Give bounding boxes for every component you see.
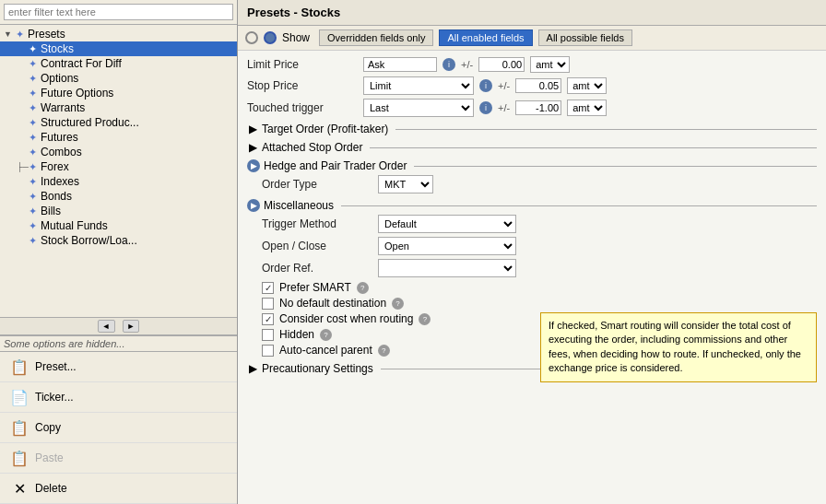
limit-plusminus: +/- xyxy=(461,59,473,70)
hedge-order-type-select[interactable]: MKT LMT xyxy=(378,175,433,193)
right-panel: Presets - Stocks Show Overridden fields … xyxy=(238,0,826,504)
hedge-pair-section: ▶ Hedge and Pair Trader Order xyxy=(247,159,817,172)
limit-price-label: Limit Price xyxy=(247,58,358,71)
auto-cancel-check[interactable] xyxy=(262,345,274,357)
presets-label: Presets xyxy=(28,28,65,41)
tab-possible[interactable]: All possible fields xyxy=(538,29,632,46)
touched-amt[interactable]: amt % xyxy=(567,100,607,116)
stop-price-num[interactable] xyxy=(515,78,561,93)
combos-label: Combos xyxy=(41,146,82,158)
tree-item-futureoptions[interactable]: ✦ Future Options xyxy=(0,86,237,100)
trigger-method-select[interactable]: Default Double Bid/Ask xyxy=(378,215,516,233)
attached-stop-section: ▶ Attached Stop Order xyxy=(247,141,817,154)
paste-button[interactable]: 📋 Paste xyxy=(0,443,237,474)
tree-item-forex[interactable]: ├─ ✦ Forex xyxy=(0,159,237,174)
tree-item-stocks[interactable]: ✦ Stocks xyxy=(0,41,237,56)
preset-button[interactable]: 📋 Preset... xyxy=(0,352,237,382)
tree-item-combos[interactable]: ✦ Combos xyxy=(0,145,237,159)
limit-price-info[interactable]: i xyxy=(442,58,455,71)
panel-header: Presets - Stocks xyxy=(238,0,826,26)
misc-info-dot[interactable]: ▶ xyxy=(247,199,260,212)
filter-input[interactable] xyxy=(4,4,233,20)
stop-price-row: Stop Price Limit Market i +/- amt % xyxy=(247,76,817,95)
stop-price-info[interactable]: i xyxy=(479,79,492,92)
misc-title: Miscellaneous xyxy=(264,199,334,212)
touched-info[interactable]: i xyxy=(479,101,492,114)
tab-enabled[interactable]: All enabled fields xyxy=(439,29,532,46)
tree-item-options[interactable]: ✦ Options xyxy=(0,71,237,86)
touched-trigger-select[interactable]: Last Bid Ask xyxy=(363,99,474,117)
preset-icon: 📋 xyxy=(9,357,30,377)
target-order-arrow[interactable]: ▶ xyxy=(247,123,258,135)
order-ref-select[interactable] xyxy=(378,259,516,277)
delete-button[interactable]: ✕ Delete xyxy=(0,474,237,504)
misc-line xyxy=(341,205,817,206)
futures-label: Futures xyxy=(41,131,78,144)
radio-on-1[interactable] xyxy=(264,31,277,44)
touched-trigger-row: Touched trigger Last Bid Ask i +/- amt % xyxy=(247,99,817,117)
tree-item-contractfordiff[interactable]: ✦ Contract For Diff xyxy=(0,56,237,71)
limit-price-num[interactable] xyxy=(478,57,525,72)
left-panel: ▼ ✦ Presets ✦ Stocks ✦ Contract For Diff… xyxy=(0,0,238,504)
open-close-row: Open / Close Open Close xyxy=(262,237,817,255)
tree-item-indexes[interactable]: ✦ Indexes xyxy=(0,174,237,189)
mutualfunds-icon: ✦ xyxy=(26,219,39,232)
delete-icon: ✕ xyxy=(9,478,30,498)
forex-icon: ✦ xyxy=(26,160,39,173)
auto-cancel-help[interactable]: ? xyxy=(378,345,390,357)
limit-price-amt[interactable]: amt % xyxy=(530,56,570,73)
tree-item-futures[interactable]: ✦ Futures xyxy=(0,130,237,145)
tree-item-bills[interactable]: ✦ Bills xyxy=(0,204,237,218)
precautionary-title: Precautionary Settings xyxy=(262,362,373,375)
precautionary-arrow[interactable]: ▶ xyxy=(247,363,258,374)
consider-cost-check[interactable] xyxy=(262,313,274,325)
auto-cancel-label: Auto-cancel parent xyxy=(279,344,372,357)
warrants-icon: ✦ xyxy=(26,101,39,114)
ticker-button[interactable]: 📄 Ticker... xyxy=(0,382,237,413)
content-area: Limit Price Ask i +/- amt % Stop Price L… xyxy=(238,51,826,504)
order-ref-row: Order Ref. xyxy=(262,259,817,277)
no-default-check[interactable] xyxy=(262,298,274,310)
hidden-help[interactable]: ? xyxy=(320,329,332,341)
prefer-smart-help[interactable]: ? xyxy=(357,282,369,294)
tree-item-bonds[interactable]: ✦ Bonds xyxy=(0,189,237,204)
futureoptions-label: Future Options xyxy=(41,87,113,100)
preset-label: Preset... xyxy=(35,360,77,373)
bills-label: Bills xyxy=(41,205,61,217)
tree-item-stockborrow[interactable]: ✦ Stock Borrow/Loa... xyxy=(0,233,237,248)
options-label: Options xyxy=(41,72,78,85)
radio-off-1[interactable] xyxy=(245,31,258,44)
tree-item-structured[interactable]: ✦ Structured Produc... xyxy=(0,115,237,130)
ticker-icon: 📄 xyxy=(9,387,30,407)
prefer-smart-row: Prefer SMART ? xyxy=(262,281,817,294)
open-close-select[interactable]: Open Close xyxy=(378,237,516,255)
hidden-check[interactable] xyxy=(262,329,274,341)
hedge-info-dot[interactable]: ▶ xyxy=(247,159,260,172)
tree-item-mutualfunds[interactable]: ✦ Mutual Funds xyxy=(0,218,237,233)
stop-price-amt[interactable]: amt % xyxy=(567,77,607,94)
touched-num[interactable] xyxy=(515,100,561,115)
stop-price-select[interactable]: Limit Market xyxy=(363,76,474,95)
attached-stop-arrow[interactable]: ▶ xyxy=(247,142,258,153)
trigger-method-row: Trigger Method Default Double Bid/Ask xyxy=(262,215,817,233)
paste-label: Paste xyxy=(35,451,64,464)
limit-price-row: Limit Price Ask i +/- amt % xyxy=(247,56,817,73)
attached-stop-title: Attached Stop Order xyxy=(262,141,362,154)
tree-root-presets[interactable]: ▼ ✦ Presets xyxy=(0,27,237,41)
filter-box xyxy=(0,0,237,25)
scroll-arrows: ◄ ► xyxy=(0,317,237,335)
tab-overridden[interactable]: Overridden fields only xyxy=(319,29,433,46)
stockborrow-icon: ✦ xyxy=(26,234,39,247)
consider-cost-help[interactable]: ? xyxy=(419,313,431,325)
scroll-left-btn[interactable]: ◄ xyxy=(98,320,115,333)
attached-stop-line xyxy=(370,147,817,148)
prefer-smart-check[interactable] xyxy=(262,282,274,294)
stockborrow-label: Stock Borrow/Loa... xyxy=(41,234,137,247)
tree-item-warrants[interactable]: ✦ Warrants xyxy=(0,100,237,115)
cfd-label: Contract For Diff xyxy=(41,57,122,70)
order-ref-label: Order Ref. xyxy=(262,262,372,275)
copy-button[interactable]: 📋 Copy xyxy=(0,413,237,443)
target-order-title: Target Order (Profit-taker) xyxy=(262,123,388,135)
no-default-help[interactable]: ? xyxy=(392,298,404,310)
scroll-right-btn[interactable]: ► xyxy=(123,320,140,333)
